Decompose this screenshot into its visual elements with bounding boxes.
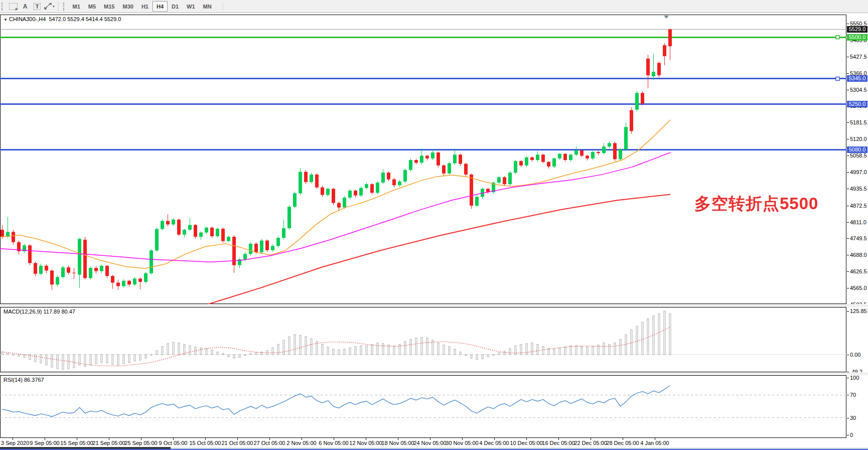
timeframe-button-M1[interactable]: M1 bbox=[69, 1, 84, 12]
timeframe-button-M15[interactable]: M15 bbox=[100, 1, 118, 12]
macd-bar bbox=[415, 338, 417, 355]
toolbar-drag-handle[interactable] bbox=[2, 3, 5, 11]
level-line-5500-handle[interactable] bbox=[836, 36, 839, 39]
candle bbox=[122, 279, 125, 287]
macd-bar bbox=[173, 342, 174, 355]
macd-bar bbox=[432, 340, 433, 355]
macd-bar bbox=[40, 355, 42, 363]
time-tick-label: 22 Dec 05:00 bbox=[574, 440, 607, 446]
price-tick bbox=[847, 222, 849, 223]
macd-bar bbox=[151, 355, 152, 355]
macd-tick bbox=[847, 311, 849, 312]
macd-bar bbox=[587, 347, 588, 355]
candle bbox=[78, 238, 81, 288]
candle bbox=[17, 240, 21, 254]
candle bbox=[403, 169, 407, 183]
timeframe-button-M5[interactable]: M5 bbox=[84, 1, 100, 12]
candle bbox=[580, 149, 584, 158]
rsi-panel[interactable]: RSI(14) 86.3767 10070300 bbox=[0, 375, 868, 438]
time-axis[interactable]: 3 Sep 20209 Sep 05:0015 Sep 05:0021 Sep … bbox=[0, 438, 868, 448]
candle bbox=[602, 143, 606, 155]
macd-bar bbox=[51, 355, 53, 367]
candle bbox=[133, 277, 136, 286]
candle bbox=[514, 160, 517, 174]
macd-bar bbox=[338, 350, 340, 355]
rsi-tick-label: 100 bbox=[850, 375, 859, 381]
macd-bar bbox=[261, 352, 262, 355]
time-tick-label: 12 Nov 05:00 bbox=[349, 440, 382, 446]
price-tick bbox=[847, 189, 849, 189]
candle bbox=[216, 228, 219, 238]
candle bbox=[442, 165, 446, 176]
macd-bar bbox=[471, 355, 472, 358]
macd-bar bbox=[393, 346, 395, 355]
macd-bar bbox=[614, 343, 616, 355]
price-tick-label: 5304.5 bbox=[850, 87, 867, 93]
candle bbox=[630, 107, 633, 133]
macd-bar bbox=[404, 342, 406, 355]
timeframe-button-D1[interactable]: D1 bbox=[168, 1, 183, 12]
candle bbox=[28, 244, 32, 265]
timeframe-button-MN[interactable]: MN bbox=[199, 1, 216, 12]
macd-bar bbox=[134, 355, 135, 361]
candle bbox=[89, 266, 92, 280]
candle bbox=[624, 123, 628, 151]
price-tick bbox=[847, 90, 849, 90]
macd-bar bbox=[426, 338, 428, 355]
rsi-label: RSI(14) 86.3767 bbox=[4, 377, 44, 383]
timeframe-button-W1[interactable]: W1 bbox=[183, 1, 199, 12]
chart-shift-marker-icon[interactable] bbox=[664, 16, 669, 19]
rsi-tick bbox=[847, 378, 849, 378]
candle bbox=[56, 275, 59, 286]
chart-annotation-text[interactable]: 多空转折点5500 bbox=[694, 193, 818, 215]
macd-bar bbox=[449, 346, 450, 355]
timeframe-button-M30[interactable]: M30 bbox=[118, 1, 137, 12]
macd-bar bbox=[542, 346, 544, 355]
macd-bar bbox=[90, 355, 91, 365]
candle bbox=[67, 265, 70, 275]
toolbar-drag-handle[interactable] bbox=[63, 3, 66, 11]
level-line-5345-handle[interactable] bbox=[836, 77, 839, 80]
candle bbox=[310, 173, 313, 184]
candle bbox=[238, 258, 241, 268]
arrows-tool-icon[interactable]: ▾ bbox=[44, 2, 55, 12]
price-tick-label: 4811.0 bbox=[850, 219, 866, 225]
price-badge: 5345.0 bbox=[847, 75, 867, 82]
macd-bar bbox=[642, 322, 643, 355]
macd-bar bbox=[504, 351, 505, 355]
time-tick-label: 27 Oct 05:00 bbox=[254, 440, 285, 446]
macd-bar bbox=[322, 344, 323, 355]
macd-bar bbox=[288, 337, 290, 355]
candle bbox=[652, 54, 655, 80]
f-template-icon[interactable]: F bbox=[8, 2, 18, 12]
main-chart-panel[interactable]: ▼ CHINA300-,H4 5472.0 5529.4 5414.4 5529… bbox=[0, 15, 868, 304]
candle bbox=[61, 266, 65, 279]
macd-bar bbox=[145, 355, 147, 358]
macd-panel[interactable]: MACD(12,26,9) 117.89 80.47 125.850.00-49… bbox=[0, 307, 868, 372]
candle bbox=[503, 176, 506, 186]
price-tick bbox=[847, 57, 849, 57]
candle bbox=[150, 249, 153, 275]
horizontal-scrollbar-track[interactable] bbox=[171, 448, 868, 448]
timeframe-button-H4[interactable]: H4 bbox=[153, 1, 168, 12]
time-tick-label: 21 Sep 05:00 bbox=[92, 440, 125, 446]
macd-bar bbox=[106, 355, 108, 363]
rsi-tick bbox=[847, 395, 849, 395]
symbol-arrow-icon[interactable]: ▼ bbox=[4, 18, 8, 22]
macd-bar bbox=[57, 355, 58, 369]
candle bbox=[591, 151, 595, 160]
macd-bar bbox=[669, 314, 671, 355]
candle bbox=[315, 174, 319, 189]
candle bbox=[166, 214, 170, 226]
candle bbox=[205, 227, 208, 234]
time-tick-label: 4 Dec 05:00 bbox=[479, 440, 509, 446]
candle bbox=[12, 230, 15, 245]
macd-bar bbox=[250, 353, 251, 355]
candle bbox=[23, 244, 26, 253]
macd-bar bbox=[189, 346, 191, 355]
timeframe-button-H1[interactable]: H1 bbox=[137, 1, 153, 12]
price-tick bbox=[847, 206, 849, 206]
candle bbox=[381, 169, 385, 184]
label-tool-icon[interactable]: T bbox=[32, 2, 42, 12]
text-tool-icon[interactable]: A bbox=[20, 2, 30, 12]
